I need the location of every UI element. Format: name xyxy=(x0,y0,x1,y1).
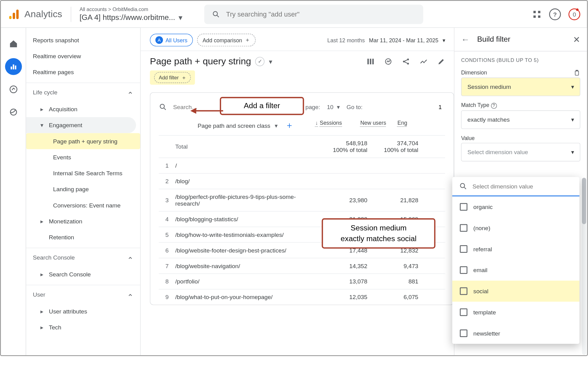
svg-rect-9 xyxy=(10,66,12,69)
edit-icon[interactable] xyxy=(437,57,446,66)
chevron-down-icon[interactable]: ▾ xyxy=(275,122,278,129)
svg-point-25 xyxy=(425,60,426,61)
rail-reports[interactable] xyxy=(5,58,22,75)
ga-logo: Analytics xyxy=(8,8,62,20)
nav-events[interactable]: Events xyxy=(26,149,140,165)
scrollbar[interactable] xyxy=(582,178,586,355)
svg-line-21 xyxy=(405,60,407,61)
svg-point-3 xyxy=(213,11,217,16)
col-engaged[interactable]: Eng xyxy=(386,120,407,131)
match-type-select[interactable]: exactly matches▾ xyxy=(461,110,580,129)
section-search-console[interactable]: Search Console xyxy=(26,248,140,267)
option-organic[interactable]: organic xyxy=(452,196,579,218)
account-selector[interactable]: All accounts > OrbitMedia.com [GA 4] htt… xyxy=(80,6,183,22)
sort-desc-icon xyxy=(315,120,320,126)
rail-home[interactable] xyxy=(5,36,22,52)
caret-right-icon: ▸ xyxy=(40,218,45,225)
table-row[interactable]: 7/blog/website-navigation/14,3529,473 xyxy=(159,258,445,274)
annotation-filter-desc: Session medium exactly matches social xyxy=(322,218,435,249)
plus-icon: ＋ xyxy=(245,36,250,44)
table-row[interactable]: 3/blog/perfect-profile-pictures-9-tips-p… xyxy=(159,189,445,211)
annotation-arrow-icon xyxy=(190,107,223,115)
nav-reports-snapshot[interactable]: Reports snapshot xyxy=(26,32,140,48)
section-user[interactable]: User xyxy=(26,285,140,304)
nav-retention[interactable]: Retention xyxy=(26,229,140,245)
goto-input[interactable] xyxy=(369,101,445,113)
share-icon[interactable] xyxy=(402,57,410,66)
value-popover: organic (none) referral email social tem… xyxy=(452,177,579,344)
table-row[interactable]: 8/portfolio/13,078881 xyxy=(159,274,445,289)
account-name: [GA 4] https://www.orbitme... xyxy=(80,13,175,22)
nav-monetization[interactable]: ▸Monetization xyxy=(26,213,140,229)
nav-page-path[interactable]: Page path + query string xyxy=(26,133,140,149)
option-social[interactable]: social xyxy=(452,281,579,302)
value-select[interactable]: Select dimension value▾ xyxy=(461,142,580,161)
caret-right-icon: ▸ xyxy=(40,308,45,315)
search-icon xyxy=(159,103,167,112)
date-range-picker[interactable]: Last 12 months Mar 11, 2024 - Mar 11, 20… xyxy=(327,37,454,43)
report-nav: Reports snapshot Realtime overview Realt… xyxy=(26,28,141,355)
back-arrow-icon[interactable]: ← xyxy=(461,35,470,44)
svg-rect-8 xyxy=(538,15,541,18)
close-icon[interactable]: ✕ xyxy=(573,34,580,44)
col-sessions[interactable]: Sessions xyxy=(298,120,342,131)
nav-engagement[interactable]: ▾Engagement xyxy=(26,117,136,133)
table-row[interactable]: 1/ xyxy=(159,158,445,173)
dimension-select[interactable]: Page path and screen class xyxy=(198,122,270,129)
nav-user-attributes[interactable]: ▸User attributes xyxy=(26,303,140,319)
plus-icon: ＋ xyxy=(181,74,187,81)
dimension-select[interactable]: Session medium▾ xyxy=(461,78,580,96)
nav-realtime-pages[interactable]: Realtime pages xyxy=(26,64,140,80)
help-icon[interactable]: ? xyxy=(491,103,497,108)
table-row[interactable]: 9/blog/what-to-put-on-your-homepage/12,0… xyxy=(159,289,445,305)
option-newsletter[interactable]: newsletter xyxy=(452,323,579,344)
scrollbar-thumb[interactable] xyxy=(582,178,586,224)
rail-advertising[interactable] xyxy=(5,104,22,120)
chevron-down-icon: ▾ xyxy=(179,13,182,22)
trash-icon[interactable] xyxy=(574,69,580,76)
help-icon[interactable]: ? xyxy=(549,8,561,20)
chip-add-comparison[interactable]: Add comparison＋ xyxy=(197,34,256,46)
chevron-down-icon: ▾ xyxy=(443,37,446,43)
nav-tech[interactable]: ▸Tech xyxy=(26,319,140,335)
search-icon xyxy=(212,10,221,18)
svg-rect-15 xyxy=(370,59,371,64)
goto-label: Go to: xyxy=(346,104,362,110)
compare-icon[interactable] xyxy=(366,57,375,66)
option-email[interactable]: email xyxy=(452,260,579,281)
add-dimension-icon[interactable]: ＋ xyxy=(285,120,294,131)
check-circle-icon[interactable]: ✓ xyxy=(255,57,265,66)
search-input[interactable] xyxy=(226,10,416,18)
chevron-down-icon[interactable]: ▾ xyxy=(269,58,272,66)
nav-conversions[interactable]: Conversions: Event name xyxy=(26,197,140,213)
chip-all-users[interactable]: AAll Users xyxy=(150,34,193,46)
apps-grid-icon[interactable] xyxy=(532,9,541,19)
global-search[interactable] xyxy=(204,4,423,24)
trend-icon[interactable] xyxy=(420,57,428,66)
nav-acquisition[interactable]: ▸Acquisition xyxy=(26,101,140,117)
option-none[interactable]: (none) xyxy=(452,218,579,239)
segment-a-badge: A xyxy=(155,36,163,44)
nav-search-console[interactable]: ▸Search Console xyxy=(26,266,140,282)
checkbox-icon xyxy=(460,266,468,274)
nav-realtime-overview[interactable]: Realtime overview xyxy=(26,48,140,64)
section-life-cycle[interactable]: Life cycle xyxy=(26,83,140,101)
col-new-users[interactable]: New users xyxy=(342,120,386,131)
nav-internal-search[interactable]: Internal Site Search Terms xyxy=(26,165,140,181)
insights-icon[interactable] xyxy=(384,57,393,66)
checkbox-icon xyxy=(460,287,468,295)
nav-landing-page[interactable]: Landing page xyxy=(26,181,140,197)
table-row[interactable]: 2/blog/ xyxy=(159,173,445,189)
svg-rect-6 xyxy=(538,11,541,13)
checkbox-icon xyxy=(460,309,468,316)
panel-title: Build filter xyxy=(477,35,511,44)
notifications-icon[interactable]: 0 xyxy=(568,8,580,20)
rail-explore[interactable] xyxy=(5,81,22,98)
popover-search-input[interactable] xyxy=(473,183,573,190)
svg-rect-11 xyxy=(15,66,16,70)
annotation-add-filter: Add a filter xyxy=(220,97,304,115)
rows-per-page-select[interactable]: 10▾ xyxy=(327,104,340,110)
option-template[interactable]: template xyxy=(452,302,579,323)
option-referral[interactable]: referral xyxy=(452,238,579,260)
add-filter-button[interactable]: Add filter＋ xyxy=(154,72,191,83)
